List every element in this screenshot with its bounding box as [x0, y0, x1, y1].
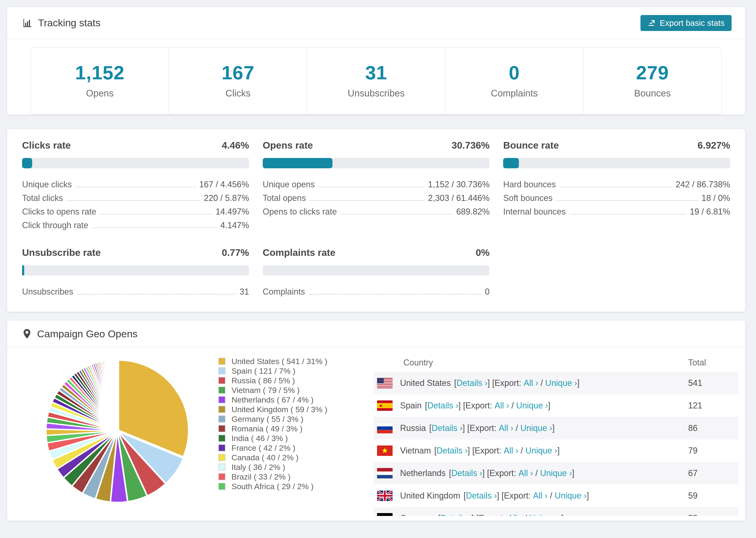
rate-panel-complaints: Complaints rate0%Complaints0	[263, 247, 490, 298]
legend-label: India ( 46 / 3% )	[232, 434, 288, 443]
total-cell: 59	[688, 484, 739, 507]
legend-swatch	[218, 444, 225, 452]
rate-row-value: 14.497%	[216, 207, 249, 217]
rate-row-label: Unsubscribes	[22, 287, 73, 297]
summary-stat-label: Opens	[31, 88, 169, 99]
geo-legend: United States ( 541 / 31% )Spain ( 121 /…	[218, 353, 359, 516]
pie-slice-other-45[interactable]	[117, 360, 117, 430]
details-link[interactable]: Details ›	[427, 401, 458, 410]
export-unique-link[interactable]: Unique ›	[520, 423, 552, 433]
export-all-link[interactable]: All ›	[523, 378, 538, 388]
country-cell: United States[Details ›][Export:All ›/Un…	[373, 378, 688, 388]
export-all-link[interactable]: All ›	[504, 446, 518, 456]
summary-stat-value: 31	[307, 62, 445, 84]
export-unique-link[interactable]: Unique ›	[529, 513, 561, 516]
slash-separator: /	[535, 468, 538, 478]
legend-item-france[interactable]: France ( 42 / 2% )	[218, 444, 359, 452]
rate-row: Click through rate4.147%	[22, 218, 249, 232]
export-all-link[interactable]: All ›	[533, 491, 548, 501]
dotted-leader	[76, 187, 195, 187]
details-link[interactable]: Details ›	[436, 446, 467, 456]
legend-item-south-africa[interactable]: South Africa ( 29 / 2% )	[218, 482, 359, 490]
legend-item-united-states[interactable]: United States ( 541 / 31% )	[218, 357, 359, 365]
legend-item-united-kingdom[interactable]: United Kingdom ( 59 / 3% )	[218, 405, 359, 413]
rate-row: Complaints0	[263, 285, 490, 298]
flag-icon-es	[377, 401, 393, 411]
geo-table-row-germany: Germany[Details ›][Export:All ›/Unique ›…	[373, 507, 739, 516]
rate-row-label: Clicks to opens rate	[22, 207, 96, 217]
export-all-link[interactable]: All ›	[508, 513, 522, 516]
export-all-link[interactable]: All ›	[499, 423, 513, 433]
export-unique-link[interactable]: Unique ›	[540, 468, 572, 478]
details-link[interactable]: Details ›	[432, 423, 462, 433]
export-unique-link[interactable]: Unique ›	[525, 446, 557, 456]
legend-item-italy[interactable]: Italy ( 36 / 2% )	[218, 463, 359, 471]
export-unique-link[interactable]: Unique ›	[516, 401, 548, 410]
rate-progress-fill	[22, 265, 24, 276]
details-link[interactable]: Details ›	[466, 491, 497, 501]
legend-item-romania[interactable]: Romania ( 49 / 3% )	[218, 425, 359, 433]
export-unique-link[interactable]: Unique ›	[545, 378, 577, 388]
rate-title: Opens rate	[263, 140, 313, 151]
export-all-link[interactable]: All ›	[495, 401, 509, 410]
rate-progress-track	[22, 158, 249, 168]
country-name: Russia	[400, 423, 426, 433]
export-all-link[interactable]: All ›	[518, 468, 533, 478]
rate-rows: Complaints0	[263, 285, 490, 298]
details-link[interactable]: Details ›	[457, 378, 487, 388]
legend-item-germany[interactable]: Germany ( 55 / 3% )	[218, 415, 359, 423]
rate-row-label: Unique clicks	[22, 180, 72, 189]
bracket: [	[476, 513, 478, 516]
rate-row-value: 1,152 / 30.736%	[428, 180, 490, 189]
rate-row-value: 220 / 5.87%	[204, 193, 249, 203]
legend-item-netherlands[interactable]: Netherlands ( 67 / 4% )	[218, 396, 359, 404]
export-button-label: Export basic stats	[660, 18, 725, 28]
rate-row-label: Unique opens	[263, 180, 315, 189]
summary-stat-label: Bounces	[584, 88, 721, 99]
dotted-leader	[310, 200, 424, 201]
legend-item-russia[interactable]: Russia ( 86 / 5% )	[218, 377, 359, 385]
export-prefix: Export:	[469, 423, 496, 433]
legend-item-vietnam[interactable]: Vietnam ( 79 / 5% )	[218, 386, 359, 394]
country-cell: Spain[Details ›][Export:All ›/Unique ›]	[373, 401, 688, 411]
export-prefix: Export:	[475, 446, 502, 456]
rate-value: 6.927%	[698, 140, 730, 151]
rate-row-label: Opens to clicks rate	[263, 207, 337, 217]
rate-rows: Unique clicks167 / 4.456%Total clicks220…	[22, 177, 249, 232]
legend-label: Italy ( 36 / 2% )	[232, 463, 285, 472]
geo-table: Country Total United States[Details ›][E…	[373, 353, 739, 516]
bracket: [	[429, 423, 432, 433]
details-link[interactable]: Details ›	[441, 513, 471, 516]
dotted-leader	[67, 200, 200, 201]
legend-swatch	[218, 358, 225, 365]
export-prefix: Export:	[489, 468, 516, 478]
bracket: ]	[487, 378, 490, 388]
legend-item-brazil[interactable]: Brazil ( 33 / 2% )	[218, 473, 359, 481]
rate-panel-header: Complaints rate0%	[263, 247, 490, 258]
rate-panel-bounce: Bounce rate6.927%Hard bounces242 / 86.73…	[503, 140, 730, 232]
bracket: ]	[561, 513, 564, 516]
rate-panel-clicks: Clicks rate4.46%Unique clicks167 / 4.456…	[22, 140, 249, 232]
bracket: ]	[462, 423, 465, 433]
legend-item-india[interactable]: India ( 46 / 3% )	[218, 434, 359, 442]
legend-item-spain[interactable]: Spain ( 121 / 7% )	[218, 367, 359, 375]
column-header-country: Country	[373, 353, 688, 372]
rate-row: Hard bounces242 / 86.738%	[503, 177, 730, 191]
column-header-total: Total	[688, 353, 739, 372]
bracket: [	[502, 491, 504, 501]
bracket: [	[438, 513, 441, 516]
country-name: United Kingdom	[400, 491, 460, 501]
rate-row-label: Soft bounces	[503, 193, 553, 203]
details-link[interactable]: Details ›	[451, 468, 482, 478]
rate-row-value: 167 / 4.456%	[199, 180, 249, 189]
rate-row-label: Hard bounces	[503, 180, 556, 189]
rate-row-value: 2,303 / 61.446%	[428, 193, 490, 203]
legend-item-canada[interactable]: Canada ( 40 / 2% )	[218, 454, 359, 461]
flag-icon-gb	[377, 491, 393, 501]
rate-panel-unsubscribe: Unsubscribe rate0.77%Unsubscribes31	[22, 247, 249, 298]
slash-separator: /	[524, 513, 527, 516]
export-basic-stats-button[interactable]: Export basic stats	[640, 15, 731, 31]
slash-separator: /	[515, 423, 518, 433]
export-unique-link[interactable]: Unique ›	[555, 491, 586, 501]
rate-row-value: 31	[240, 287, 249, 297]
